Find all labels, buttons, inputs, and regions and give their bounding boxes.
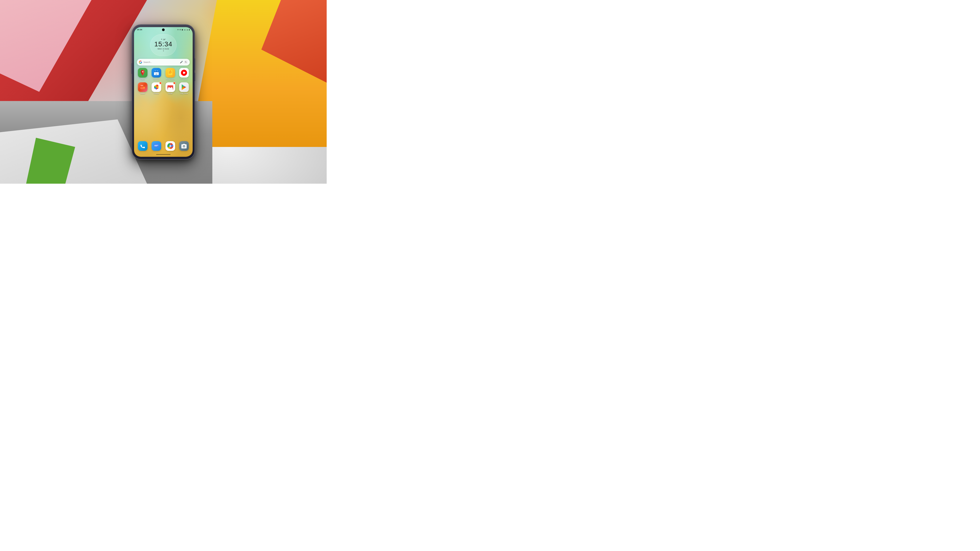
signal-icon: ▲ (184, 29, 186, 30)
svg-text:10: 10 (155, 73, 158, 75)
dock (137, 141, 190, 151)
dock-chrome[interactable] (164, 141, 177, 151)
app-maps[interactable]: Maps (137, 68, 149, 80)
search-placeholder: Search... (143, 61, 179, 64)
clock-weather: ☀ 28° (161, 38, 166, 40)
calendar-icon: 10 (151, 68, 161, 78)
dock-camera[interactable] (178, 141, 191, 151)
ytmusic-label: YT Music (181, 78, 188, 80)
app-calendar[interactable]: 10 Calendar (150, 68, 163, 80)
photos-label: Photos (154, 93, 159, 94)
maps-label: Maps (140, 78, 145, 80)
playstore-label: Play Store (180, 93, 188, 94)
gmail-badge (173, 82, 176, 84)
wallet-label: Wallet (140, 93, 145, 94)
phone-shell: 15:34 ✉ ⚙ ▣ ▲ ▲ ▮ ☀ 28° 15:34 WED 10 AUG (132, 25, 194, 159)
camera-hole (162, 29, 164, 31)
svg-rect-3 (154, 71, 159, 72)
message-status-icon: ✉ (177, 29, 179, 31)
sun-icon: ☀ (161, 38, 162, 40)
battery-icon: ▮ (189, 29, 190, 31)
lens-search-icon[interactable] (184, 60, 188, 64)
chevron-down-icon: ▾ (163, 50, 164, 52)
svg-rect-19 (154, 144, 159, 148)
svg-rect-5 (155, 70, 156, 71)
settings-status-icon: ⚙ (180, 29, 181, 31)
maps-icon (138, 68, 148, 78)
app-grid: Maps 10 Calendar (137, 68, 190, 94)
dock-phone[interactable] (137, 141, 149, 151)
keep-icon (165, 68, 175, 78)
volume-down-button[interactable] (194, 73, 195, 81)
photos-icon (151, 83, 161, 92)
clock-date: WED 10 AUG (158, 48, 169, 50)
svg-point-15 (143, 87, 144, 88)
app-gmail[interactable]: Gmail (164, 83, 177, 94)
app-keep[interactable]: Keep notes (164, 68, 177, 80)
power-button[interactable] (194, 58, 195, 70)
messages-icon (151, 141, 161, 151)
phone-screen: 15:34 ✉ ⚙ ▣ ▲ ▲ ▮ ☀ 28° 15:34 WED 10 AUG (134, 27, 192, 157)
svg-rect-17 (140, 85, 143, 86)
wallet-icon (138, 83, 148, 92)
calendar-label: Calendar (153, 78, 160, 80)
status-time: 15:34 (137, 29, 142, 31)
keep-label: Keep notes (166, 78, 174, 80)
camera-app-icon (179, 141, 189, 151)
app-playstore[interactable]: Play Store (178, 83, 191, 94)
app-wallet[interactable]: Wallet (137, 83, 149, 94)
gmail-icon (165, 83, 175, 92)
google-g-icon (139, 60, 142, 64)
photos-badge (159, 82, 162, 84)
svg-rect-6 (158, 70, 158, 71)
home-indicator (156, 154, 170, 155)
gmail-label: Gmail (168, 93, 172, 94)
volume-up-button[interactable] (131, 63, 132, 74)
svg-point-24 (170, 145, 171, 146)
clock-time: 15:34 (154, 41, 172, 48)
app-photos[interactable]: Photos (150, 83, 163, 94)
signal2-icon: ▲ (186, 29, 188, 30)
wifi-icon: ▣ (181, 29, 183, 31)
voice-search-icon[interactable]: 🎤 (180, 61, 183, 64)
playstore-icon (179, 83, 189, 92)
ytmusic-icon (179, 68, 189, 78)
clock-widget[interactable]: ☀ 28° 15:34 WED 10 AUG ▾ (150, 34, 177, 56)
phone-app-icon (138, 141, 148, 151)
app-ytmusic[interactable]: YT Music (178, 68, 191, 80)
search-bar[interactable]: Search... 🎤 (137, 59, 190, 65)
status-icons: ✉ ⚙ ▣ ▲ ▲ ▮ (177, 29, 190, 31)
svg-point-25 (183, 146, 185, 147)
chrome-icon (165, 141, 175, 151)
dock-messages[interactable] (150, 141, 163, 151)
temperature: 28° (163, 39, 166, 40)
phone: 15:34 ✉ ⚙ ▣ ▲ ▲ ▮ ☀ 28° 15:34 WED 10 AUG (132, 25, 194, 159)
